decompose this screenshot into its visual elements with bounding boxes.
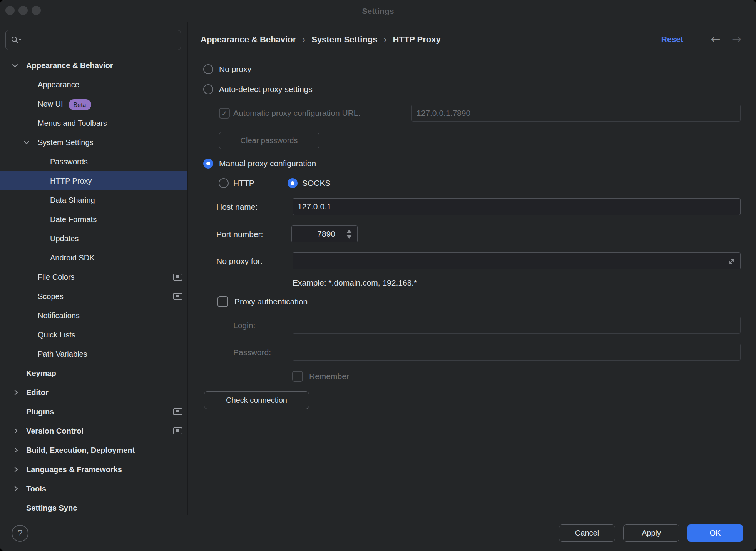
breadcrumb: Appearance & Behavior › System Settings …: [201, 34, 441, 45]
login-input: [293, 317, 741, 334]
example-hint: Example: *.domain.com, 192.168.*: [293, 278, 417, 287]
auto-url-checkbox: ✓: [219, 108, 230, 119]
no-proxy-label: No proxy: [219, 65, 251, 74]
host-name-input[interactable]: [293, 198, 741, 215]
chevron-right-icon[interactable]: [12, 467, 18, 472]
breadcrumb-system-settings[interactable]: System Settings: [311, 35, 377, 45]
password-input: [293, 344, 741, 361]
sidebar-item-plugins[interactable]: Plugins: [0, 402, 188, 421]
beta-badge: Beta: [69, 99, 91, 110]
settings-tree: Appearance & Behavior Appearance New UIB…: [0, 56, 188, 515]
chevron-right-icon[interactable]: [12, 447, 18, 453]
settings-window: Settings Appearance & Behavior Appearanc…: [0, 0, 756, 551]
http-radio[interactable]: [219, 178, 229, 188]
host-name-label: Host name:: [216, 202, 258, 212]
titlebar: Settings: [0, 0, 756, 22]
sidebar-item-editor[interactable]: Editor: [0, 383, 188, 402]
proxy-auth-checkbox[interactable]: [217, 296, 228, 307]
dialog-footer: ? Cancel Apply OK: [0, 515, 756, 551]
auto-url-row: ✓ Automatic proxy configuration URL:: [219, 105, 360, 122]
socks-option: SOCKS: [288, 177, 331, 189]
check-connection-button[interactable]: Check connection: [204, 391, 309, 409]
sidebar-item-keymap[interactable]: Keymap: [0, 364, 188, 383]
no-proxy-radio[interactable]: [203, 64, 213, 74]
spinner-down-icon[interactable]: [346, 235, 352, 239]
sidebar-item-updates[interactable]: Updates: [0, 229, 188, 248]
in-editor-marker-icon: [173, 274, 182, 281]
sidebar-item-build-execution-deployment[interactable]: Build, Execution, Deployment: [0, 441, 188, 460]
sidebar-item-menus-toolbars[interactable]: Menus and Toolbars: [0, 114, 188, 133]
breadcrumb-separator: ›: [302, 34, 305, 45]
spinner-up-icon[interactable]: [346, 230, 352, 233]
reset-link[interactable]: Reset: [661, 35, 683, 44]
http-proxy-panel: Appearance & Behavior › System Settings …: [188, 22, 756, 515]
sidebar-item-path-variables[interactable]: Path Variables: [0, 344, 188, 364]
expand-icon[interactable]: [728, 257, 736, 265]
socks-radio[interactable]: [288, 178, 298, 188]
password-label: Password:: [233, 348, 271, 357]
proxy-auth-option: Proxy authentication: [217, 296, 308, 307]
forward-arrow-icon: →: [732, 32, 741, 46]
remember-label: Remember: [309, 372, 349, 381]
window-title: Settings: [0, 0, 756, 22]
port-spinner: [341, 226, 357, 242]
apply-button[interactable]: Apply: [623, 524, 679, 542]
port-number-label: Port number:: [216, 230, 263, 239]
auto-detect-label: Auto-detect proxy settings: [219, 85, 313, 94]
help-button[interactable]: ?: [12, 525, 28, 542]
chevron-right-icon[interactable]: [12, 428, 18, 434]
sidebar-item-system-settings[interactable]: System Settings: [0, 133, 188, 152]
question-mark-icon: ?: [17, 528, 22, 539]
sidebar-item-tools[interactable]: Tools: [0, 479, 188, 498]
sidebar-item-data-sharing[interactable]: Data Sharing: [0, 190, 188, 210]
chevron-down-icon[interactable]: [12, 62, 18, 67]
manual-proxy-option: Manual proxy configuration: [203, 158, 316, 169]
sidebar-item-new-ui[interactable]: New UIBeta: [0, 94, 188, 114]
no-proxy-option: No proxy: [203, 63, 251, 75]
search-icon: [10, 35, 22, 45]
sidebar-item-file-colors[interactable]: File Colors: [0, 267, 188, 287]
sidebar-item-http-proxy[interactable]: HTTP Proxy: [0, 171, 188, 190]
port-number-stepper: [291, 225, 358, 242]
chevron-right-icon[interactable]: [12, 486, 18, 491]
in-editor-marker-icon: [173, 427, 182, 434]
ok-button[interactable]: OK: [687, 524, 743, 542]
sidebar-item-quick-lists[interactable]: Quick Lists: [0, 325, 188, 344]
settings-sidebar: Appearance & Behavior Appearance New UIB…: [0, 22, 188, 515]
http-option: HTTP: [219, 177, 254, 189]
sidebar-item-appearance-behavior[interactable]: Appearance & Behavior: [0, 56, 188, 75]
manual-proxy-label: Manual proxy configuration: [219, 159, 316, 168]
breadcrumb-appearance-behavior[interactable]: Appearance & Behavior: [201, 35, 296, 45]
sidebar-item-passwords[interactable]: Passwords: [0, 152, 188, 171]
auto-detect-option: Auto-detect proxy settings: [203, 83, 313, 95]
manual-proxy-radio[interactable]: [203, 159, 213, 169]
sidebar-item-languages-frameworks[interactable]: Languages & Frameworks: [0, 460, 188, 479]
sidebar-item-date-formats[interactable]: Date Formats: [0, 210, 188, 229]
auto-url-input: [411, 105, 741, 122]
no-proxy-for-input[interactable]: [293, 252, 741, 269]
auto-url-label: Automatic proxy configuration URL:: [233, 109, 360, 118]
chevron-right-icon[interactable]: [12, 390, 18, 395]
port-number-input[interactable]: [292, 226, 341, 242]
login-label: Login:: [233, 321, 255, 330]
socks-label: SOCKS: [302, 179, 331, 188]
remember-option: Remember: [292, 371, 349, 382]
sidebar-item-notifications[interactable]: Notifications: [0, 306, 188, 325]
sidebar-item-version-control[interactable]: Version Control: [0, 421, 188, 441]
proxy-auth-label: Proxy authentication: [234, 297, 308, 306]
in-editor-marker-icon: [173, 408, 182, 415]
auto-detect-radio[interactable]: [203, 84, 213, 94]
no-proxy-for-label: No proxy for:: [216, 257, 263, 266]
sidebar-item-settings-sync[interactable]: Settings Sync: [0, 498, 188, 515]
sidebar-item-scopes[interactable]: Scopes: [0, 287, 188, 306]
back-arrow-icon[interactable]: ←: [711, 32, 721, 46]
sidebar-item-appearance[interactable]: Appearance: [0, 75, 188, 94]
cancel-button[interactable]: Cancel: [559, 524, 615, 542]
chevron-down-icon[interactable]: [24, 139, 29, 144]
http-label: HTTP: [233, 179, 254, 188]
breadcrumb-http-proxy: HTTP Proxy: [393, 35, 440, 45]
search-input[interactable]: [5, 30, 181, 50]
remember-checkbox: [292, 371, 303, 382]
breadcrumb-separator: ›: [383, 34, 386, 45]
sidebar-item-android-sdk[interactable]: Android SDK: [0, 248, 188, 267]
